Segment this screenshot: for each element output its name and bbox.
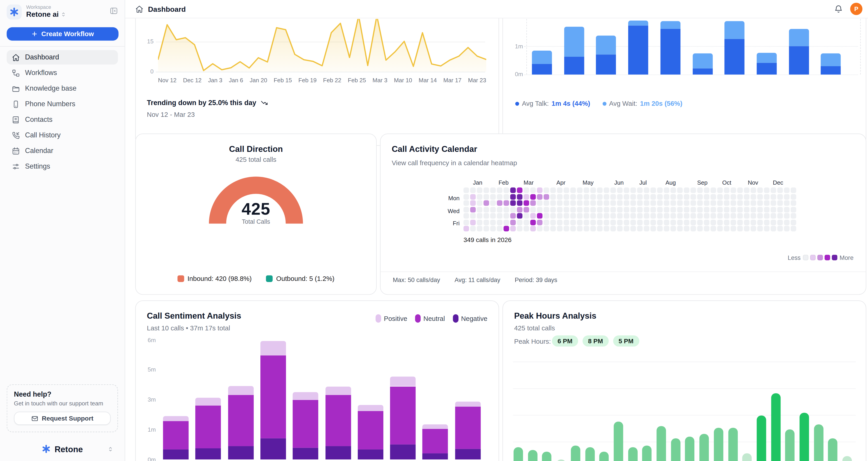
heatmap-cell	[744, 194, 749, 199]
card-title: Call Direction	[136, 144, 376, 154]
heatmap-cell	[463, 200, 469, 206]
neutral-segment	[325, 395, 351, 446]
heatmap-cell	[657, 219, 663, 225]
heatmap-cell	[590, 188, 596, 193]
heatmap-cell	[584, 188, 589, 193]
sidebar-item-dashboard[interactable]: Dashboard	[7, 50, 118, 65]
positive-segment	[455, 402, 480, 407]
heatmap-cell	[557, 207, 563, 212]
heatmap-cell	[497, 219, 502, 225]
heatmap-cell	[477, 200, 483, 206]
heatmap-cell	[731, 219, 736, 225]
heatmap-cell	[557, 194, 563, 199]
hour-bar	[557, 459, 566, 461]
heatmap-cell	[530, 207, 536, 212]
trending-down-icon	[260, 99, 268, 107]
notifications-button[interactable]	[834, 4, 843, 13]
x-tick: Mar 10	[394, 77, 412, 84]
talk-bar	[596, 55, 616, 74]
legend-dot	[515, 101, 519, 105]
heatmap-cell	[777, 188, 783, 193]
heatmap-cell	[710, 188, 716, 193]
heatmap-cell	[490, 188, 496, 193]
neutral-segment	[358, 411, 383, 449]
x-tick: Jan 20	[250, 77, 267, 84]
heatmap-cell	[490, 194, 496, 199]
sidebar-divider	[0, 46, 125, 47]
sidebar: Workspace Retone ai Create Workflow Dash…	[0, 0, 125, 461]
calls-trend-chart	[158, 19, 486, 72]
heatmap-cell	[484, 226, 489, 232]
hour-bar	[756, 416, 766, 461]
heatmap-cell	[737, 194, 743, 199]
avatar[interactable]: P	[850, 3, 862, 15]
hour-bar	[628, 447, 638, 461]
y-tick: 15	[141, 38, 153, 44]
heatmap-cell	[764, 219, 770, 225]
heatmap-cell	[784, 188, 789, 193]
heatmap-cell	[644, 188, 649, 193]
heatmap-cell	[650, 194, 656, 199]
heatmap-cell	[550, 200, 556, 206]
sidebar-item-calendar[interactable]: Calendar	[7, 144, 118, 158]
heatmap-cell	[490, 200, 496, 206]
heatmap-caption: 349 calls in 2026	[463, 236, 511, 243]
hour-bar	[642, 446, 652, 461]
heatmap-cell	[630, 194, 636, 199]
heatmap-cell	[644, 200, 649, 206]
heatmap-cell	[524, 213, 529, 219]
heatmap-cell	[584, 213, 589, 219]
heatmap-cell	[563, 200, 569, 206]
sidebar-item-call-history[interactable]: Call History	[7, 128, 118, 142]
wait-bar	[756, 53, 777, 63]
heatmap-cell	[604, 194, 610, 199]
main-area: Dashboard P 15 0 Nov 12Dec 12Jan 3Jan 6J…	[125, 0, 868, 461]
workspace-switcher[interactable]: Workspace Retone ai	[0, 0, 125, 23]
sidebar-collapse-button[interactable]	[110, 7, 118, 18]
hour-bar	[599, 452, 609, 461]
heatmap-cell	[470, 188, 476, 193]
heatmap-cell	[644, 194, 649, 199]
heatmap-cell	[717, 188, 723, 193]
heatmap-cell	[570, 194, 576, 199]
heatmap-cell	[751, 226, 756, 232]
sidebar-item-phone-numbers[interactable]: Phone Numbers	[7, 97, 118, 111]
heatmap-cell	[764, 200, 770, 206]
heatmap-cell	[724, 188, 730, 193]
heatmap-cell	[563, 213, 569, 219]
heatmap-cell	[557, 226, 563, 232]
negative-segment	[358, 449, 383, 459]
neutral-segment	[390, 387, 416, 444]
app-root: Workspace Retone ai Create Workflow Dash…	[0, 0, 868, 461]
heatmap-cell	[630, 213, 636, 219]
sidebar-item-settings[interactable]: Settings	[7, 159, 118, 174]
create-workflow-button[interactable]: Create Workflow	[7, 27, 119, 41]
y-tick: 0m	[510, 71, 523, 78]
heatmap-cell	[764, 194, 770, 199]
heatmap-cell	[570, 219, 576, 225]
heatmap-cell	[544, 200, 549, 206]
brand-switcher-button[interactable]	[107, 446, 114, 452]
heatmap-cell	[470, 226, 476, 232]
sidebar-item-contacts[interactable]: Contacts	[7, 112, 118, 127]
hour-bar	[514, 447, 523, 461]
talk-bar	[660, 29, 680, 74]
heatmap-cell	[477, 194, 483, 199]
heatmap-cell	[704, 226, 710, 232]
heatmap-cell	[497, 213, 502, 219]
sidebar-item-workflows[interactable]: Workflows	[7, 65, 118, 80]
heatmap-cell	[784, 219, 789, 225]
heatmap-cell	[650, 207, 656, 212]
request-support-button[interactable]: Request Support	[14, 412, 111, 425]
heatmap-cell	[644, 219, 649, 225]
heatmap-grid	[463, 188, 796, 232]
heatmap-cell	[771, 200, 776, 206]
scale-swatch	[817, 255, 823, 260]
month-label: Mar	[524, 179, 534, 186]
legend-item: Negative	[453, 314, 488, 323]
sidebar-item-knowledge-base[interactable]: Knowledge base	[7, 81, 118, 96]
heatmap-cell	[510, 207, 516, 212]
heatmap-cell	[771, 194, 776, 199]
heatmap-cell	[624, 188, 629, 193]
heatmap-cell	[504, 188, 509, 193]
